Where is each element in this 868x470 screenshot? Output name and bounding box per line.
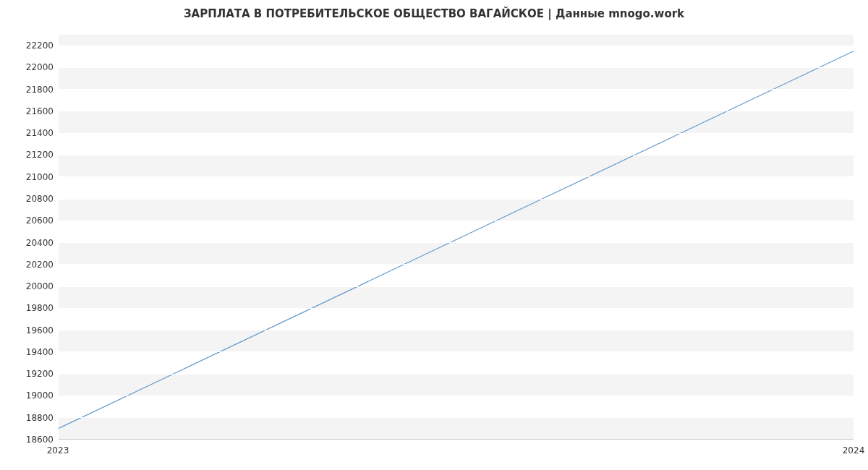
y-gridline [58, 440, 854, 440]
series-line [58, 51, 854, 429]
y-gridline [58, 133, 854, 134]
x-gridline [854, 35, 854, 440]
x-tick-label: 2023 [47, 445, 69, 456]
y-tick-label: 21600 [3, 106, 54, 116]
y-tick-label: 21800 [3, 85, 54, 95]
y-tick-label: 20400 [3, 238, 54, 248]
y-gridline [58, 242, 854, 243]
y-tick-label: 19800 [3, 303, 54, 313]
y-gridline [58, 308, 854, 309]
y-gridline [58, 67, 854, 68]
y-gridline [58, 111, 854, 111]
y-gridline [58, 89, 854, 90]
chart-title: ЗАРПЛАТА В ПОТРЕБИТЕЛЬСКОЕ ОБЩЕСТВО ВАГА… [0, 7, 868, 20]
y-gridline [58, 351, 854, 352]
chart-container: ЗАРПЛАТА В ПОТРЕБИТЕЛЬСКОЕ ОБЩЕСТВО ВАГА… [0, 0, 868, 470]
y-gridline [58, 396, 854, 396]
y-tick-label: 19400 [3, 347, 54, 357]
y-tick-label: 19200 [3, 369, 54, 379]
y-tick-label: 21000 [3, 172, 54, 182]
y-gridline [58, 155, 854, 155]
y-tick-label: 21200 [3, 150, 54, 160]
y-gridline [58, 330, 854, 330]
y-tick-label: 22000 [3, 62, 54, 72]
y-tick-label: 19600 [3, 325, 54, 336]
y-gridline [58, 374, 854, 375]
y-gridline [58, 46, 854, 46]
y-gridline [58, 221, 854, 221]
y-tick-label: 20000 [3, 281, 54, 291]
y-tick-label: 18600 [3, 435, 54, 445]
y-tick-label: 20600 [3, 215, 54, 226]
line-layer [58, 35, 854, 440]
y-gridline [58, 286, 854, 287]
y-gridline [58, 199, 854, 200]
y-tick-label: 20800 [3, 194, 54, 204]
x-gridline [58, 35, 59, 440]
y-gridline [58, 417, 854, 418]
plot-area [58, 35, 854, 440]
y-tick-label: 19000 [3, 390, 54, 401]
y-tick-label: 20200 [3, 260, 54, 270]
x-tick-label: 2024 [843, 445, 865, 456]
y-tick-label: 22200 [3, 40, 54, 51]
y-gridline [58, 264, 854, 265]
y-tick-label: 21400 [3, 128, 54, 138]
y-gridline [58, 176, 854, 177]
y-tick-label: 18800 [3, 413, 54, 423]
